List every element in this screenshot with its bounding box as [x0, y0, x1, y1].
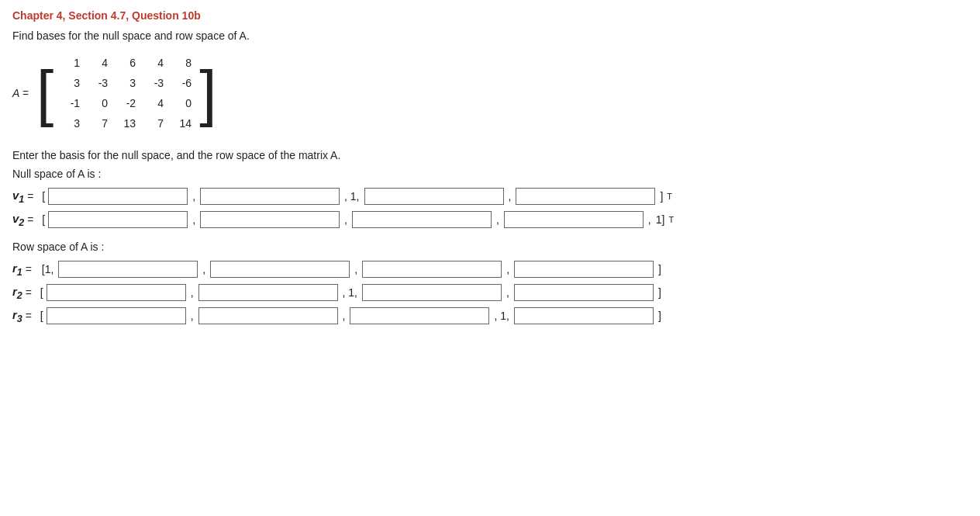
cell-3-2: 13	[112, 117, 140, 130]
cell-0-2: 6	[112, 57, 140, 69]
cell-1-3: -3	[140, 77, 168, 89]
v1-comma-2: ,	[509, 190, 512, 203]
r2-input-2[interactable]	[198, 284, 338, 301]
cell-3-3: 7	[140, 117, 168, 130]
r3-eq: =	[22, 310, 32, 322]
cell-2-1: 0	[85, 97, 112, 109]
v2-input-2[interactable]	[200, 211, 340, 228]
r2-open-bracket: [	[40, 286, 43, 299]
r3-fixed: , 1,	[494, 310, 509, 322]
r1-eq: =	[22, 263, 32, 275]
v2-row: v2 = [ , , , , 1] T	[12, 211, 968, 228]
null-space-label: Null space of A is :	[12, 168, 968, 180]
v1-input-1[interactable]	[48, 188, 188, 205]
r1-input-2[interactable]	[210, 261, 350, 278]
v1-close: ]	[660, 190, 663, 203]
v2-input-4[interactable]	[504, 211, 644, 228]
r2-label: r2	[12, 285, 22, 301]
v1-input-3[interactable]	[364, 188, 504, 205]
problem-description: Find bases for the null space and row sp…	[12, 29, 968, 42]
r3-row: r3 = [ , , , 1, ]	[12, 307, 968, 324]
r2-row: r2 = [ , , 1, , ]	[12, 284, 968, 301]
v2-comma-4: ,	[648, 213, 651, 226]
v2-comma-2: ,	[344, 213, 347, 226]
matrix-label: A =	[12, 87, 29, 99]
cell-2-0: -1	[57, 97, 85, 109]
cell-0-4: 8	[168, 57, 196, 69]
cell-0-3: 4	[140, 57, 168, 69]
cell-2-2: -2	[112, 97, 140, 109]
r3-label: r3	[12, 308, 22, 324]
v1-fixed-1: , 1,	[344, 190, 359, 203]
r1-close: ]	[658, 263, 661, 275]
r3-open-bracket: [	[40, 310, 43, 322]
r3-input-3[interactable]	[350, 307, 489, 324]
matrix-section: A = [ 1 4 6 4 8 3 -3 3 -3 -6 -1 0 -2 4 0…	[12, 53, 968, 133]
cell-0-1: 4	[85, 57, 112, 69]
cell-1-1: -3	[85, 77, 112, 89]
v2-comma-1: ,	[192, 213, 195, 226]
v1-label: v1	[12, 189, 24, 205]
r1-prefix: [1,	[42, 263, 54, 275]
r3-input-1[interactable]	[47, 307, 186, 324]
r3-comma-1: ,	[191, 310, 194, 322]
v2-eq: =	[24, 213, 33, 226]
r1-input-3[interactable]	[362, 261, 502, 278]
cell-3-0: 3	[57, 117, 85, 130]
v2-input-1[interactable]	[48, 211, 188, 228]
matrix-grid: 1 4 6 4 8 3 -3 3 -3 -6 -1 0 -2 4 0 3 7 1…	[53, 53, 199, 133]
v1-input-4[interactable]	[516, 188, 655, 205]
r2-input-4[interactable]	[514, 284, 654, 301]
v1-transpose: T	[667, 192, 672, 201]
r3-input-2[interactable]	[198, 307, 338, 324]
row-space-section: Row space of A is : r1 = [1, , , , ] r2 …	[12, 241, 968, 324]
v2-fixed-1: 1]	[656, 213, 665, 226]
cell-1-0: 3	[57, 77, 85, 89]
cell-3-4: 14	[168, 117, 196, 130]
cell-0-0: 1	[57, 57, 85, 69]
r1-input-4[interactable]	[514, 261, 654, 278]
r2-fixed: , 1,	[343, 286, 357, 299]
r1-row: r1 = [1, , , , ]	[12, 261, 968, 278]
v1-input-2[interactable]	[200, 188, 340, 205]
bracket-right: ]	[199, 62, 216, 124]
cell-2-4: 0	[168, 97, 196, 109]
v1-row: v1 = [ , , 1, , ] T	[12, 188, 968, 205]
v1-eq: =	[24, 190, 33, 203]
v1-open-bracket: [	[42, 190, 45, 203]
v1-comma-1: ,	[192, 190, 195, 203]
instructions: Enter the basis for the null space, and …	[12, 149, 968, 161]
matrix-display: [ 1 4 6 4 8 3 -3 3 -3 -6 -1 0 -2 4 0 3 7…	[36, 53, 216, 133]
v2-input-3[interactable]	[352, 211, 492, 228]
r3-comma-2: ,	[343, 310, 346, 322]
r1-comma-2: ,	[354, 263, 357, 275]
v2-comma-3: ,	[496, 213, 499, 226]
r2-close: ]	[658, 286, 661, 299]
v2-label: v2	[12, 212, 24, 228]
r1-label: r1	[12, 261, 22, 278]
r2-comma-2: ,	[506, 286, 509, 299]
r2-comma-1: ,	[191, 286, 194, 299]
r1-comma-3: ,	[506, 263, 509, 275]
r3-close: ]	[658, 310, 661, 322]
cell-3-1: 7	[85, 117, 112, 130]
r2-input-1[interactable]	[47, 284, 186, 301]
r1-input-1[interactable]	[58, 261, 198, 278]
cell-2-3: 4	[140, 97, 168, 109]
v2-transpose: T	[668, 215, 674, 224]
row-space-label: Row space of A is :	[12, 241, 968, 253]
r2-input-3[interactable]	[362, 284, 502, 301]
r3-input-4[interactable]	[514, 307, 654, 324]
bracket-left: [	[36, 62, 53, 124]
cell-1-4: -6	[168, 77, 196, 89]
cell-1-2: 3	[112, 77, 140, 89]
r2-eq: =	[22, 286, 32, 299]
r1-comma-1: ,	[202, 263, 205, 275]
chapter-title: Chapter 4, Section 4.7, Question 10b	[12, 9, 968, 22]
v2-open-bracket: [	[42, 213, 45, 226]
